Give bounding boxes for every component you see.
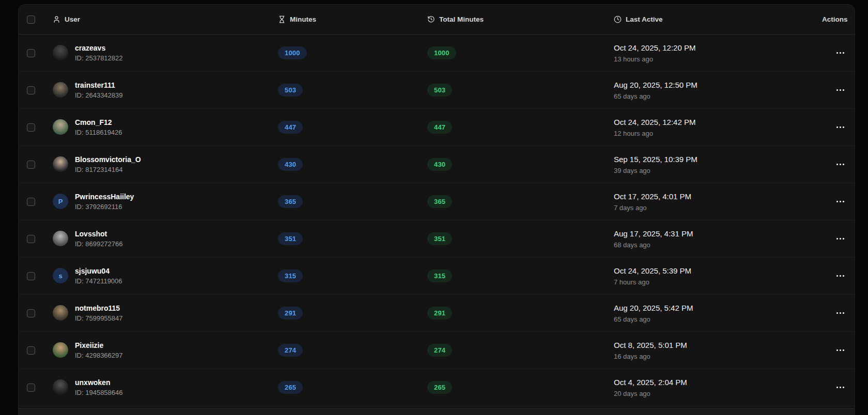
row-checkbox[interactable] [27, 309, 35, 317]
minutes-cell: 430 [278, 158, 427, 171]
username: PwrincessHaiiley [75, 193, 134, 201]
header-checkbox-cell [19, 15, 53, 24]
row-checkbox[interactable] [27, 161, 35, 169]
ellipsis-icon [836, 164, 838, 165]
minutes-cell: 315 [278, 269, 427, 282]
last-active-date: Aug 17, 2025, 4:31 PM [614, 229, 822, 238]
row-checkbox[interactable] [27, 86, 35, 94]
total-minutes-badge: 365 [427, 195, 452, 208]
row-checkbox[interactable] [27, 49, 35, 57]
row-actions-menu-button[interactable] [833, 121, 847, 134]
row-actions-menu-button[interactable] [833, 270, 847, 282]
row-actions-menu-button[interactable] [833, 84, 847, 97]
row-checkbox[interactable] [27, 384, 35, 392]
avatar [53, 231, 68, 246]
total-minutes-badge: 274 [427, 344, 452, 357]
column-label: Actions [822, 15, 848, 23]
row-checkbox[interactable] [27, 235, 35, 243]
row-actions-menu-button[interactable] [833, 47, 847, 59]
minutes-badge: 274 [278, 344, 303, 357]
ellipsis-icon [836, 238, 838, 240]
ellipsis-icon [836, 89, 838, 91]
user-meta: Lovsshot ID: 8699272766 [75, 230, 123, 248]
user-cell: Lovsshot ID: 8699272766 [53, 230, 278, 248]
last-active-relative: 13 hours ago [614, 55, 822, 63]
ellipsis-icon [836, 387, 838, 388]
total-minutes-cell: 447 [427, 121, 614, 134]
table-row: trainster111 ID: 2643342839 503 503 Aug … [19, 72, 855, 109]
row-checkbox-cell [19, 309, 53, 317]
user-icon [53, 15, 60, 23]
user-id: ID: 7472119006 [75, 277, 122, 285]
last-active-relative: 68 days ago [614, 241, 822, 249]
total-minutes-badge: 265 [427, 381, 452, 394]
row-checkbox[interactable] [27, 123, 35, 132]
last-active-date: Oct 4, 2025, 2:04 PM [614, 378, 822, 387]
total-minutes-cell: 291 [427, 307, 614, 320]
user-meta: PwrincessHaiiley ID: 3792692116 [75, 193, 134, 211]
table-row: s sjsjuwu04 ID: 7472119006 315 315 Oct 2… [19, 258, 855, 295]
last-active-date: Oct 8, 2025, 5:01 PM [614, 341, 822, 350]
row-actions-menu-button[interactable] [833, 344, 847, 357]
username: Cmon_F12 [75, 118, 122, 127]
total-minutes-badge: 1000 [427, 46, 456, 59]
last-active-date: Aug 20, 2025, 5:42 PM [614, 304, 822, 313]
user-cell: P PwrincessHaiiley ID: 3792692116 [53, 193, 278, 211]
table-header-row: User Minutes Total Minutes Last Active A… [19, 5, 855, 35]
minutes-badge: 365 [278, 195, 303, 208]
select-all-checkbox[interactable] [27, 15, 35, 24]
actions-cell [833, 121, 855, 134]
user-cell: notmebro115 ID: 7599955847 [53, 304, 278, 322]
avatar [53, 82, 68, 98]
table-row: Pixeiizie ID: 4298366297 274 274 Oct 8, … [19, 332, 855, 369]
row-actions-menu-button[interactable] [833, 158, 847, 171]
table-row: crazeavs ID: 2537812822 1000 1000 Oct 24… [19, 35, 855, 72]
column-label: Minutes [290, 15, 316, 23]
row-checkbox-cell [19, 161, 53, 169]
total-minutes-badge: 315 [427, 269, 452, 282]
row-checkbox[interactable] [27, 272, 35, 280]
user-id: ID: 3792692116 [75, 203, 134, 211]
last-active-relative: 7 hours ago [614, 278, 822, 286]
row-actions-menu-button[interactable] [833, 196, 847, 208]
clock-icon [614, 15, 622, 23]
ellipsis-icon [836, 312, 838, 314]
table-row: notmebro115 ID: 7599955847 291 291 Aug 2… [19, 295, 855, 332]
actions-cell [833, 196, 855, 208]
minutes-cell: 351 [278, 232, 427, 245]
user-id: ID: 8172314164 [75, 166, 141, 173]
table-row: Cmon_F12 ID: 5118619426 447 447 Oct 24, … [19, 109, 855, 146]
minutes-badge: 265 [278, 381, 303, 394]
last-active-date: Sep 15, 2025, 10:39 PM [614, 155, 822, 164]
row-actions-menu-button[interactable] [833, 307, 847, 320]
minutes-cell: 291 [278, 307, 427, 320]
avatar [53, 305, 68, 321]
last-active-relative: 7 days ago [614, 204, 822, 212]
row-checkbox-cell [19, 198, 53, 206]
total-minutes-cell: 315 [427, 269, 614, 282]
row-actions-menu-button[interactable] [833, 381, 847, 394]
username: unxwoken [75, 378, 123, 387]
user-cell: Blossomvictoria_O ID: 8172314164 [53, 155, 278, 173]
ellipsis-icon [836, 349, 838, 351]
minutes-cell: 365 [278, 195, 427, 208]
row-actions-menu-button[interactable] [833, 233, 847, 245]
user-cell: trainster111 ID: 2643342839 [53, 81, 278, 99]
user-meta: sjsjuwu04 ID: 7472119006 [75, 267, 122, 285]
ellipsis-icon [836, 126, 838, 128]
minutes-badge: 503 [278, 84, 303, 97]
last-active-date: Oct 24, 2025, 12:42 PM [614, 118, 822, 127]
row-checkbox[interactable] [27, 198, 35, 206]
row-checkbox[interactable] [27, 346, 35, 355]
row-checkbox-cell [19, 86, 53, 94]
last-active-relative: 20 days ago [614, 390, 822, 397]
user-meta: notmebro115 ID: 7599955847 [75, 304, 123, 322]
username: notmebro115 [75, 304, 123, 313]
user-meta: crazeavs ID: 2537812822 [75, 44, 123, 62]
user-meta: unxwoken ID: 1945858646 [75, 378, 123, 396]
minutes-badge: 430 [278, 158, 303, 171]
column-label: Last Active [626, 15, 663, 23]
ellipsis-icon [836, 275, 838, 277]
total-minutes-badge: 291 [427, 307, 452, 320]
last-active-relative: 16 days ago [614, 353, 822, 360]
